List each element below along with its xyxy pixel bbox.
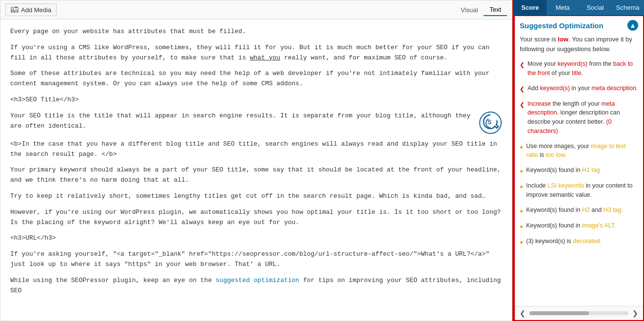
scroll-thumb [529, 311, 589, 315]
suggested-optimization-section: Suggested Optimization ▲ Your score is l… [514, 15, 644, 321]
content-p10: <h3>URL</h3> [10, 233, 502, 244]
suggestion-text: (3) keyword(s) is decorated. [526, 237, 602, 246]
tab-meta[interactable]: Meta [546, 0, 579, 15]
bullet-icon: ● [520, 222, 523, 231]
bullet-icon: ❮ [520, 85, 525, 94]
add-media-button[interactable]: Add Media [5, 3, 57, 16]
suggestion-text: Add keyword(s) in your meta description. [527, 84, 638, 93]
tab-schema[interactable]: Schema [611, 0, 644, 15]
content-p1: Every page on your website has attribute… [10, 27, 502, 37]
content-p3: Some of these attributes are technical s… [10, 69, 502, 89]
add-media-label: Add Media [21, 6, 51, 14]
score-low-label: low [558, 36, 568, 43]
bullet-icon: ❮ [520, 60, 525, 69]
collapse-button[interactable]: ▲ [627, 20, 638, 31]
bullet-icon: ● [520, 238, 523, 246]
scroll-track [529, 311, 628, 315]
content-p12: While using the SEOPressor plugin, keep … [10, 276, 502, 296]
score-intro: Your score is low. You can improve it by… [520, 35, 638, 54]
suggestion-text: Move your keyword(s) from the back to th… [527, 59, 638, 78]
bullet-icon: ❮ [520, 100, 525, 109]
suggested-title: Suggested Optimization [520, 21, 604, 30]
content-p6: <b>In the case that you have a different… [10, 139, 502, 160]
suggested-body[interactable]: Your score is low. You can improve it by… [515, 35, 643, 306]
suggestion-text: Keyword(s) found in H2 and H3 tag. [526, 206, 623, 215]
content-p2: If you're using a CMS like WordPress, so… [10, 43, 502, 63]
bullet-icon: ● [520, 182, 523, 191]
editor-area: Add Media Visual Text Every page on your… [0, 0, 512, 321]
suggestion-item: ❮ Move your keyword(s) from the back to … [520, 59, 638, 78]
suggestion-item: ❮ Add keyword(s) in your meta descriptio… [520, 84, 638, 94]
editor-toolbar: Add Media Visual Text [0, 0, 512, 19]
add-media-icon [11, 6, 19, 14]
suggestion-item: ● Use more images, your image to text ra… [520, 142, 638, 160]
suggestion-item: ❮ Increase the length of your meta descr… [520, 99, 638, 136]
suggestion-text: Increase the length of your meta descrip… [527, 99, 638, 136]
panel-tabs: Score Meta Social Schema [514, 0, 644, 15]
right-panel: Score Meta Social Schema Suggested Optim… [512, 0, 644, 321]
bullet-icon: ● [520, 143, 523, 151]
tab-visual[interactable]: Visual [455, 4, 484, 16]
suggestion-text: Include LSI keywords in your content to … [526, 181, 638, 200]
seo-logo-icon: S [479, 111, 502, 134]
suggestion-item: ● Include LSI keywords in your content t… [520, 181, 638, 200]
scroll-right-button[interactable]: ❯ [630, 308, 640, 318]
suggestion-item: ● Keyword(s) found in H1 tag [520, 166, 638, 175]
suggestion-text: Keyword(s) found in H1 tag [526, 166, 600, 175]
content-p5: Your SEO title is the title that will ap… [10, 111, 474, 132]
view-tabs: Visual Text [455, 4, 507, 16]
tab-text[interactable]: Text [484, 4, 507, 16]
content-p7: Your primary keyword should always be a … [10, 165, 502, 186]
suggestion-list: ❮ Move your keyword(s) from the back to … [520, 59, 638, 246]
content-p8: Try to keep it relatively short, sometim… [10, 191, 502, 202]
suggestion-item: ● (3) keyword(s) is decorated. [520, 237, 638, 246]
content-p9: However, if you're using our WordPress p… [10, 208, 502, 228]
editor-content[interactable]: Every page on your website has attribute… [0, 19, 512, 321]
suggestion-item: ● Keyword(s) found in H2 and H3 tag. [520, 206, 638, 215]
tab-social[interactable]: Social [579, 0, 612, 15]
svg-text:S: S [488, 119, 491, 126]
svg-point-1 [13, 9, 14, 10]
content-p4: <h3>SEO Title</h3> [10, 95, 502, 105]
suggested-header: Suggested Optimization ▲ [515, 16, 643, 35]
content-p11: If you're asking yourself, "<a target="_… [10, 249, 502, 270]
bullet-icon: ● [520, 167, 523, 175]
suggestion-text: Use more images, your image to text rati… [526, 142, 638, 160]
bottom-scrollbar: ❮ ❯ [515, 306, 643, 320]
tab-score[interactable]: Score [514, 0, 546, 15]
suggestion-item: ● Keyword(s) found in image's ALT. [520, 221, 638, 231]
bullet-icon: ● [520, 207, 523, 215]
suggestion-text: Keyword(s) found in image's ALT. [526, 221, 616, 230]
scroll-left-button[interactable]: ❮ [518, 308, 527, 318]
